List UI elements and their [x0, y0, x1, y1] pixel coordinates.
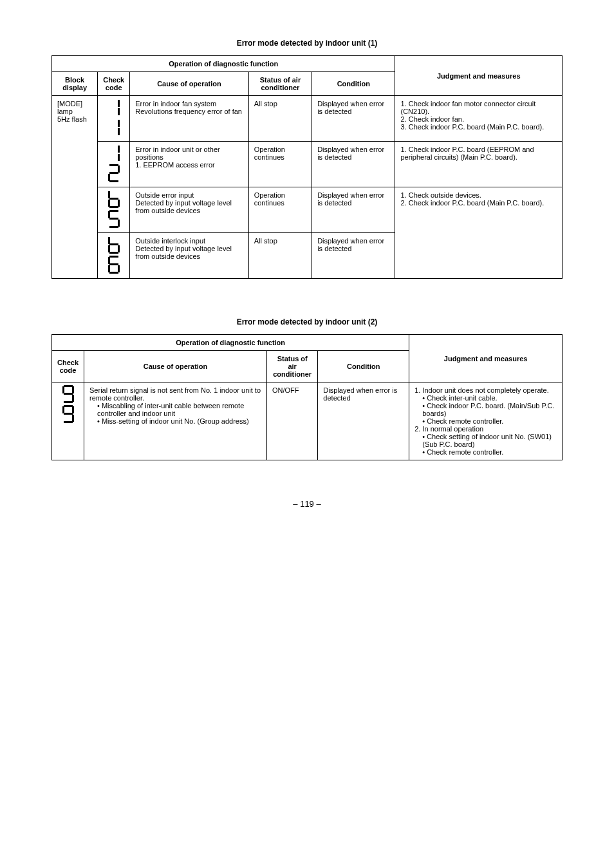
- judgment-cell2: 1. Indoor unit does not completely opera…: [409, 382, 563, 460]
- code-cell-b6: [98, 233, 130, 279]
- judgment-cell: 1. Check outside devices. 2. Check indoo…: [395, 187, 563, 279]
- condition-cell: Displayed when error is detected: [312, 142, 395, 187]
- judgment-1: 1. Indoor unit does not completely opera…: [414, 386, 557, 394]
- condition-cell2: Displayed when error is detected: [318, 382, 409, 460]
- th2-cause: Cause of operation: [84, 351, 267, 382]
- code-cell-12: [98, 142, 130, 187]
- list-item: Check remote controller.: [422, 448, 557, 456]
- table1-judgment-header: Judgment and measures: [395, 56, 563, 96]
- th2-check-code: Check code: [52, 351, 84, 382]
- table-row: [MODE] lamp 5Hz flash Error in indoor fa…: [52, 96, 563, 142]
- table2-merged-header: Operation of diagnostic function: [52, 335, 409, 351]
- cause-bullets: Miscabling of inter-unit cable between r…: [89, 402, 261, 425]
- judgment-cell: 1. Check indoor P.C. board (EEPROM and p…: [395, 142, 563, 187]
- table-row: Outside error input Detected by input vo…: [52, 187, 563, 233]
- condition-cell: Displayed when error is detected: [312, 233, 395, 279]
- judgment-1-bullets: Check inter-unit cable. Check indoor P.C…: [414, 394, 557, 425]
- table-2: Operation of diagnostic function Judgmen…: [51, 334, 563, 460]
- judgment-cell: 1. Check indoor fan motor connector circ…: [395, 96, 563, 142]
- judgment-2-bullets: Check setting of indoor unit No. (SW01) …: [414, 433, 557, 456]
- status-cell: Operation continues: [248, 187, 312, 233]
- code-cell-11: [98, 96, 130, 142]
- th2-condition: Condition: [318, 351, 409, 382]
- condition-cell: Displayed when error is detected: [312, 96, 395, 142]
- table2-judgment-header: Judgment and measures: [409, 335, 563, 382]
- status-cell: All stop: [248, 96, 312, 142]
- section2-title: Error mode detected by indoor unit (2): [51, 317, 563, 326]
- th-block-display: Block display: [52, 72, 98, 96]
- th-check-code: Check code: [98, 72, 130, 96]
- list-item: Check indoor P.C. board. (Main/Sub P.C. …: [422, 402, 557, 417]
- list-item: Check inter-unit cable.: [422, 394, 557, 402]
- status-cell: All stop: [248, 233, 312, 279]
- table1-merged-header: Operation of diagnostic function: [52, 56, 395, 72]
- list-item: Check setting of indoor unit No. (SW01) …: [422, 433, 557, 448]
- list-item: Check remote controller.: [422, 417, 557, 425]
- condition-cell: Displayed when error is detected: [312, 187, 395, 233]
- table-row: Serial return signal is not sent from No…: [52, 382, 563, 460]
- cause-cell: Outside interlock input Detected by inpu…: [130, 233, 248, 279]
- th2-status: Status of air conditioner: [266, 351, 317, 382]
- page-number: – 119 –: [51, 499, 563, 509]
- code-cell-b5: [98, 187, 130, 233]
- table-row: Error in indoor unit or other positions …: [52, 142, 563, 187]
- list-item: Miss-setting of indoor unit No. (Group a…: [97, 417, 261, 425]
- code-cell-99: [52, 382, 84, 460]
- list-item: Miscabling of inter-unit cable between r…: [97, 402, 261, 417]
- th-status: Status of air conditioner: [248, 72, 312, 96]
- th-cause: Cause of operation: [130, 72, 248, 96]
- block-display-cell: [MODE] lamp 5Hz flash: [52, 96, 98, 279]
- cause-cell: Error in indoor unit or other positions …: [130, 142, 248, 187]
- cause-cell: Outside error input Detected by input vo…: [130, 187, 248, 233]
- th-condition: Condition: [312, 72, 395, 96]
- cause-main: Serial return signal is not sent from No…: [89, 386, 261, 402]
- section1-title: Error mode detected by indoor unit (1): [51, 39, 563, 48]
- cause-cell: Error in indoor fan system Revolutions f…: [130, 96, 248, 142]
- table-1: Operation of diagnostic function Judgmen…: [51, 55, 563, 279]
- judgment-2: 2. In normal operation: [414, 425, 557, 433]
- status-cell: Operation continues: [248, 142, 312, 187]
- status-cell2: ON/OFF: [266, 382, 317, 460]
- cause-cell2: Serial return signal is not sent from No…: [84, 382, 267, 460]
